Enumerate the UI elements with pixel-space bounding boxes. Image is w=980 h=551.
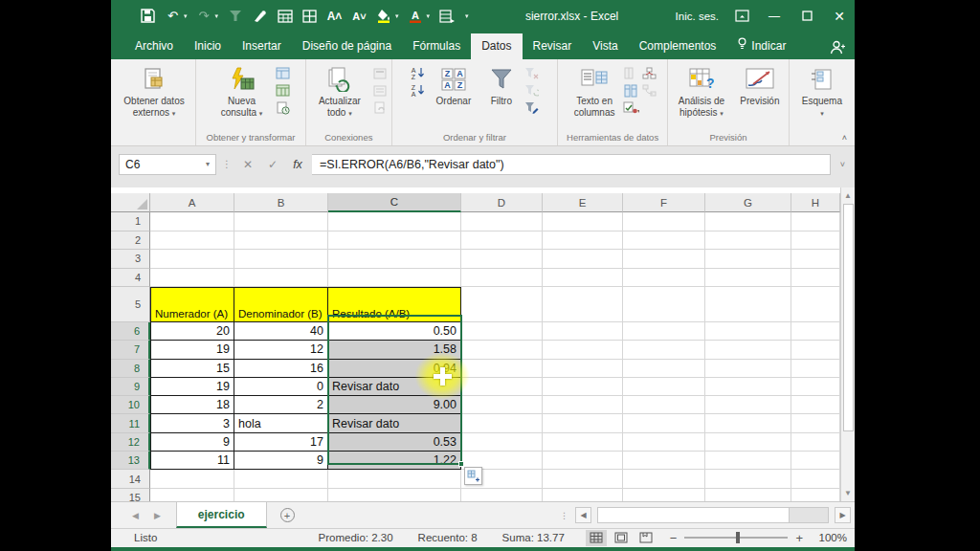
ribbon-tab-inicio[interactable]: Inicio <box>184 33 232 59</box>
ordenar-button[interactable]: ZAAZ Ordenar <box>428 63 479 107</box>
cell-B1[interactable] <box>234 212 328 231</box>
page-layout-view-icon[interactable] <box>611 530 632 546</box>
nueva-consulta-button[interactable]: Nueva consulta ▾ <box>212 63 273 119</box>
column-header-G[interactable]: G <box>705 193 791 212</box>
format-painter-icon[interactable] <box>252 8 268 24</box>
share-person-icon[interactable] <box>830 40 845 55</box>
cell-F6[interactable] <box>623 322 705 341</box>
cell-G13[interactable] <box>705 452 791 470</box>
cell-E2[interactable] <box>543 231 623 251</box>
horizontal-scrollbar[interactable] <box>597 507 829 523</box>
cell-G14[interactable] <box>705 470 791 488</box>
cell-H10[interactable] <box>791 396 840 414</box>
cell-B13[interactable]: 9 <box>234 452 328 470</box>
undo-dropdown-icon[interactable]: ▾ <box>184 12 188 20</box>
zoom-slider-thumb[interactable] <box>736 532 740 543</box>
cell-H1[interactable] <box>791 212 840 231</box>
row-header-4[interactable]: 4 <box>111 269 150 288</box>
cell-H5[interactable] <box>791 287 840 322</box>
ribbon-tab-diseño-de-página[interactable]: Diseño de página <box>292 33 402 59</box>
formula-input[interactable]: =SI.ERROR(A6/B6,"Revisar dato") <box>312 154 831 175</box>
cell-C1[interactable] <box>328 212 461 231</box>
consolidate-icon[interactable] <box>641 66 657 80</box>
vertical-scrollbar-thumb[interactable] <box>843 204 854 431</box>
maximize-button[interactable] <box>797 7 816 26</box>
zoom-out-icon[interactable]: − <box>670 531 678 545</box>
hscroll-left-icon[interactable]: ◀ <box>575 507 591 523</box>
cell-A8[interactable]: 15 <box>150 360 234 378</box>
cell-C10[interactable]: 9.00 <box>328 396 461 414</box>
row-header-6[interactable]: 6 <box>111 322 150 341</box>
ribbon-tab-archivo[interactable]: Archivo <box>124 33 184 59</box>
cell-F14[interactable] <box>623 470 705 488</box>
cell-H14[interactable] <box>791 470 840 488</box>
ribbon-tab-complementos[interactable]: Complementos <box>629 33 727 59</box>
data-validation-icon[interactable]: ▾ <box>623 100 639 115</box>
ribbon-tab-vista[interactable]: Vista <box>582 33 628 59</box>
cell-F13[interactable] <box>623 452 705 470</box>
cell-G2[interactable] <box>705 231 791 251</box>
ribbon-tab-insertar[interactable]: Insertar <box>232 33 292 59</box>
sheet-nav-right-icon[interactable]: ▶ <box>154 511 161 520</box>
column-header-H[interactable]: H <box>791 193 840 212</box>
font-color-icon[interactable]: A <box>408 8 424 24</box>
fill-color-dropdown-icon[interactable]: ▾ <box>395 12 399 20</box>
cell-D6[interactable] <box>461 322 543 341</box>
cell-B2[interactable] <box>234 231 328 251</box>
auto-fill-options-button[interactable] <box>464 467 482 485</box>
cell-A1[interactable] <box>150 212 234 231</box>
cell-C6[interactable]: 0.50 <box>328 322 461 341</box>
formula-bar-expand-icon[interactable]: ˅ <box>835 160 851 169</box>
minimize-button[interactable]: — <box>765 7 784 26</box>
cell-C9[interactable]: Revisar dato <box>328 378 461 396</box>
cell-C7[interactable]: 1.58 <box>328 341 461 359</box>
formula-bar-splitter[interactable]: ⋮ <box>220 159 234 169</box>
zoom-slider[interactable] <box>684 537 788 539</box>
cell-C4[interactable] <box>328 269 461 288</box>
cell-D15[interactable] <box>461 489 543 501</box>
cell-H7[interactable] <box>791 341 840 359</box>
cell-A12[interactable]: 9 <box>150 433 234 452</box>
cell-E11[interactable] <box>543 414 623 432</box>
cell-G4[interactable] <box>705 269 791 288</box>
cell-H6[interactable] <box>791 322 840 341</box>
cell-E13[interactable] <box>543 452 623 470</box>
cell-E5[interactable] <box>543 287 623 322</box>
decrease-font-icon[interactable]: A˅ <box>351 8 368 24</box>
page-break-view-icon[interactable] <box>635 530 657 546</box>
cell-E9[interactable] <box>543 378 623 396</box>
cell-E15[interactable] <box>543 489 623 501</box>
cell-G8[interactable] <box>705 360 791 378</box>
cell-H12[interactable] <box>791 433 840 452</box>
cell-A5[interactable]: Numerador (A) <box>150 287 234 322</box>
cell-D7[interactable] <box>461 341 543 359</box>
group-label-herramientas[interactable]: Herramientas de datos <box>560 130 665 145</box>
cell-H2[interactable] <box>791 231 840 251</box>
cell-B3[interactable] <box>234 250 328 269</box>
cell-C8[interactable]: 0.94 <box>328 360 461 378</box>
cell-F4[interactable] <box>623 269 705 288</box>
cell-D1[interactable] <box>461 212 543 231</box>
select-all-corner[interactable] <box>111 193 150 212</box>
cell-B10[interactable]: 2 <box>234 396 328 414</box>
cell-H11[interactable] <box>791 414 840 432</box>
row-header-2[interactable]: 2 <box>111 231 150 251</box>
cell-G1[interactable] <box>705 212 791 231</box>
cell-F1[interactable] <box>623 212 705 231</box>
cell-B12[interactable]: 17 <box>234 433 328 452</box>
insert-cells-icon[interactable] <box>438 8 455 24</box>
cell-D10[interactable] <box>461 396 543 414</box>
cell-F8[interactable] <box>623 360 705 378</box>
cell-C15[interactable] <box>328 489 461 501</box>
cell-A2[interactable] <box>150 231 234 251</box>
cell-D4[interactable] <box>461 269 543 288</box>
column-header-C[interactable]: C <box>328 193 461 212</box>
row-header-1[interactable]: 1 <box>111 212 150 231</box>
cell-A4[interactable] <box>150 269 234 288</box>
cell-E3[interactable] <box>543 250 623 269</box>
sign-in-button[interactable]: Inic. ses. <box>676 11 719 22</box>
cell-G10[interactable] <box>705 396 791 414</box>
cell-A6[interactable]: 20 <box>150 322 234 341</box>
cell-G9[interactable] <box>705 378 791 396</box>
sort-desc-icon[interactable]: ZA <box>410 83 426 98</box>
